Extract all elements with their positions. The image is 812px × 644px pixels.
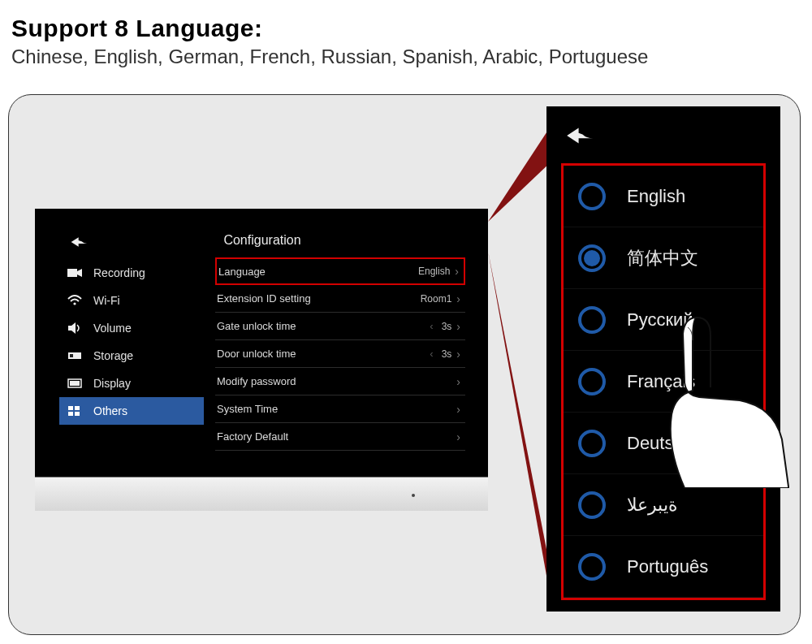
svg-rect-12 xyxy=(68,412,73,416)
svg-rect-9 xyxy=(70,381,80,386)
volume-icon xyxy=(67,321,82,335)
language-label: Français xyxy=(627,371,695,392)
sidebar: RecordingWi-FiVolumeStorageDisplayOthers xyxy=(59,259,204,425)
sidebar-item-display[interactable]: Display xyxy=(59,370,204,397)
radio-icon xyxy=(578,306,606,334)
language-option-english[interactable]: English xyxy=(564,166,763,227)
chevron-left-icon[interactable]: ‹ xyxy=(430,348,433,360)
svg-marker-1 xyxy=(488,251,553,612)
setting-label: Extension ID setting xyxy=(217,292,311,305)
setting-row-extension-id-setting[interactable]: Extension ID settingRoom1› xyxy=(215,285,465,313)
back-icon[interactable] xyxy=(564,124,597,147)
chevron-left-icon[interactable]: ‹ xyxy=(430,320,433,332)
display-icon xyxy=(67,376,82,391)
screen-title: Configuration xyxy=(59,233,465,248)
svg-rect-13 xyxy=(75,412,80,416)
radio-icon xyxy=(578,430,606,457)
setting-row-factory-default[interactable]: Factory Default› xyxy=(215,423,465,451)
setting-label: Language xyxy=(218,266,266,278)
chevron-right-icon[interactable]: › xyxy=(456,348,460,361)
sidebar-item-storage[interactable]: Storage xyxy=(59,342,204,370)
microphone-dot xyxy=(412,494,415,497)
sidebar-item-label: Others xyxy=(93,404,127,417)
language-option-deutsch[interactable]: Deutsch xyxy=(564,413,763,474)
sidebar-item-label: Wi-Fi xyxy=(93,294,120,307)
language-label: Deutsch xyxy=(627,433,693,454)
chevron-right-icon: › xyxy=(455,265,459,278)
chevron-right-icon: › xyxy=(456,403,460,416)
language-option--[interactable]: Русский xyxy=(564,289,763,351)
camera-icon xyxy=(67,266,82,280)
sidebar-item-label: Display xyxy=(93,377,131,390)
sidebar-item-volume[interactable]: Volume xyxy=(59,314,204,342)
chevron-right-icon: › xyxy=(456,375,460,388)
radio-icon xyxy=(578,183,606,210)
sidebar-item-wi-fi[interactable]: Wi-Fi xyxy=(59,287,204,314)
setting-value: English xyxy=(418,266,450,277)
language-option--[interactable]: ةيبرعلا xyxy=(564,474,763,536)
language-zoom-panel: English简体中文РусскийFrançaisDeutschةيبرعلا… xyxy=(546,106,780,612)
setting-row-language[interactable]: LanguageEnglish› xyxy=(215,257,465,285)
language-label: Português xyxy=(627,556,708,577)
storage-icon xyxy=(67,348,82,363)
radio-icon xyxy=(578,368,606,395)
setting-label: System Time xyxy=(217,403,278,415)
sidebar-item-label: Volume xyxy=(93,322,132,335)
language-label: English xyxy=(627,186,685,207)
svg-marker-5 xyxy=(68,322,76,334)
language-label: ةيبرعلا xyxy=(627,495,678,516)
setting-row-system-time[interactable]: System Time› xyxy=(215,395,465,423)
device-bezel: Configuration RecordingWi-FiVolumeStorag… xyxy=(35,209,488,477)
setting-label: Modify password xyxy=(217,375,296,387)
setting-label: Gate unlock time xyxy=(217,320,296,332)
radio-icon xyxy=(578,491,606,519)
sidebar-item-label: Recording xyxy=(93,266,145,279)
setting-value: Room1 xyxy=(421,293,452,305)
setting-row-door-unlock-time[interactable]: Door unlock time‹3s› xyxy=(215,340,465,368)
language-options: English简体中文РусскийFrançaisDeutschةيبرعلا… xyxy=(561,163,766,600)
language-option-fran-ais[interactable]: Français xyxy=(564,351,763,413)
sidebar-item-label: Storage xyxy=(93,349,133,362)
language-list-text: Chinese, English, German, French, Russia… xyxy=(0,45,812,76)
sidebar-item-recording[interactable]: Recording xyxy=(59,259,204,287)
chevron-right-icon: › xyxy=(456,292,460,305)
settings-list: LanguageEnglish›Extension ID settingRoom… xyxy=(215,257,465,451)
setting-value: 3s xyxy=(442,348,452,360)
radio-icon xyxy=(578,244,606,272)
setting-row-modify-password[interactable]: Modify password› xyxy=(215,368,465,395)
setting-row-gate-unlock-time[interactable]: Gate unlock time‹3s› xyxy=(215,313,465,340)
svg-point-4 xyxy=(73,302,76,305)
device-frame: Configuration RecordingWi-FiVolumeStorag… xyxy=(35,209,488,511)
svg-rect-10 xyxy=(68,406,73,410)
device-base xyxy=(35,477,488,511)
chevron-right-icon[interactable]: › xyxy=(456,320,460,333)
svg-rect-2 xyxy=(67,269,77,277)
svg-marker-0 xyxy=(488,123,553,222)
config-screen: Configuration RecordingWi-FiVolumeStorag… xyxy=(59,227,465,457)
language-option-portugu-s[interactable]: Português xyxy=(564,536,763,598)
svg-rect-11 xyxy=(75,406,80,410)
wifi-icon xyxy=(67,293,82,308)
svg-rect-7 xyxy=(70,354,73,357)
headline: Support 8 Language: xyxy=(0,0,812,45)
language-label: Русский xyxy=(627,309,693,331)
setting-value: 3s xyxy=(442,321,452,332)
language-label: 简体中文 xyxy=(627,246,698,270)
setting-label: Factory Default xyxy=(217,430,288,443)
grid-icon xyxy=(67,404,82,418)
setting-label: Door unlock time xyxy=(217,348,296,360)
radio-icon xyxy=(578,553,606,581)
illustration-canvas: Configuration RecordingWi-FiVolumeStorag… xyxy=(8,94,801,635)
sidebar-item-others[interactable]: Others xyxy=(59,397,204,425)
language-option--[interactable]: 简体中文 xyxy=(564,227,763,289)
chevron-right-icon: › xyxy=(456,430,460,443)
svg-marker-3 xyxy=(77,269,82,277)
